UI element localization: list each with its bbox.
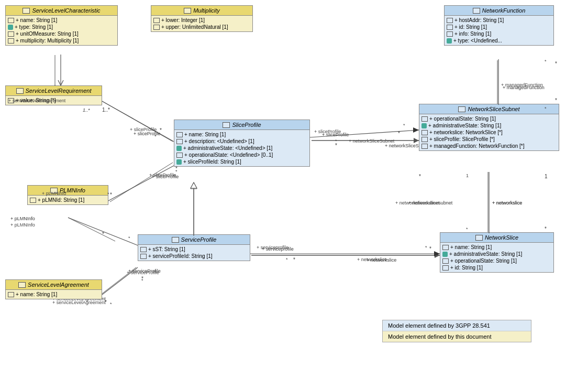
class-body-mult: + lower: Integer [1] + upper: UnlimitedN… — [151, 16, 252, 31]
class-body-sp: + name: String [1] + description: <Undef… — [174, 130, 309, 166]
icon-sp-id — [176, 159, 182, 165]
attr-sp-id: + sliceProfileId: String [1] — [176, 158, 307, 165]
attr-slc-type: + type: String [1] — [8, 24, 115, 30]
svg-text:*: * — [555, 61, 557, 67]
icon-nss-admin — [421, 123, 427, 128]
legend-row-blue: Model element defined by 3GPP 28.541 — [383, 320, 531, 331]
class-title-ns: NetworkSlice — [485, 234, 518, 241]
class-header-plmn: PLMNInfo — [28, 186, 108, 196]
class-NetworkSliceSubnet: NetworkSliceSubnet + operationalState: S… — [419, 104, 559, 151]
svg-text:+ sliceProfile: + sliceProfile — [134, 131, 160, 136]
svg-text:*: * — [425, 245, 427, 250]
attr-sla-name: + name: String [1] — [8, 291, 99, 298]
svg-text:*: * — [128, 235, 130, 241]
class-header-srvp: ServiceProfile — [138, 235, 250, 245]
legend-row-yellow: Model element defined by this document — [383, 331, 531, 342]
diagram-container: 1..* + serviceLevelRequirement + slicePr… — [0, 0, 588, 378]
svg-text:*: * — [160, 127, 162, 133]
svg-text:+ networkslice: + networkslice — [367, 257, 396, 263]
svg-marker-8 — [414, 138, 419, 143]
svg-text:*: * — [141, 276, 143, 282]
icon-nf-info — [447, 31, 453, 37]
icon-nf-type — [447, 38, 452, 44]
attr-nss-ns: + networkslice: NetworkSlice [*] — [421, 129, 557, 136]
icon-slr-value — [8, 98, 14, 103]
svg-marker-70 — [434, 251, 440, 256]
svg-text:+ serviceProfile: + serviceProfile — [128, 268, 161, 274]
attr-srvp-sst: + sST: String [1] — [140, 246, 248, 253]
class-title-nss: NetworkSliceSubnet — [468, 106, 519, 112]
legend-text-blue: Model element defined by 3GPP 28.541 — [388, 322, 490, 329]
svg-line-80 — [68, 218, 138, 245]
class-PLMNInfo: PLMNInfo + pLMNId: String [1] — [27, 185, 108, 205]
svg-line-39 — [102, 267, 136, 294]
svg-line-47 — [102, 101, 174, 142]
class-header-sp: SliceProfile — [174, 120, 309, 130]
icon-sla-name — [8, 292, 14, 297]
attr-nss-oper: + operationalState: String [1] — [421, 115, 557, 122]
svg-text:*: * — [398, 131, 400, 136]
class-icon-mult — [184, 8, 191, 14]
class-NetworkFunction: NetworkFunction + hostAddr: String [1] +… — [444, 5, 554, 46]
svg-marker-53 — [413, 127, 419, 133]
attr-ns-id: + id: String [1] — [442, 264, 551, 271]
icon-nf-host — [447, 18, 453, 23]
svg-text:+ pLMNInfo: + pLMNInfo — [10, 222, 35, 228]
attr-nf-id: + id: String [1] — [447, 24, 551, 30]
class-body-slr: + value: String [*] — [6, 96, 102, 105]
class-Multiplicity: Multiplicity + lower: Integer [1] + uppe… — [151, 5, 253, 32]
class-icon-nf — [473, 8, 480, 14]
svg-line-45 — [58, 80, 61, 85]
attr-sp-admin: + administrativeState: <Undefined> [1] — [176, 145, 307, 152]
class-title-sla: ServiceLevelAgreement — [28, 282, 89, 288]
svg-text:*: * — [419, 174, 421, 179]
icon-srvp-id — [140, 254, 147, 259]
attr-mult-lower: + lower: Integer [1] — [153, 17, 250, 24]
attr-plmn-id: + pLMNId: String [1] — [30, 197, 106, 203]
attr-slc-name: + name: String [1] — [8, 17, 115, 24]
icon-mult-lower — [153, 18, 160, 23]
svg-text:1: 1 — [466, 173, 469, 178]
class-title-plmn: PLMNInfo — [60, 187, 85, 193]
attr-srvp-id: + serviceProfileId: String [1] — [140, 253, 248, 260]
class-header-mult: Multiplicity — [151, 6, 252, 16]
icon-ns-admin — [442, 252, 448, 257]
class-title-mult: Multiplicity — [193, 7, 220, 14]
legend-text-yellow: Model element defined by this document — [388, 333, 492, 340]
class-body-nf: + hostAddr: String [1] + id: String [1] … — [445, 16, 553, 45]
attr-ns-name: + name: String [1] — [442, 244, 551, 251]
svg-line-46 — [61, 80, 63, 85]
svg-text:*: * — [102, 231, 104, 237]
icon-slc-name — [8, 18, 14, 23]
class-header-slr: ServiceLevelRequirement — [6, 86, 102, 96]
svg-marker-38 — [191, 182, 197, 189]
icon-sp-desc — [176, 139, 183, 144]
svg-text:*: * — [105, 299, 107, 305]
class-header-slc: ServiceLevelCharacteristic — [6, 6, 117, 16]
attr-nss-sp: + sliceProfile: SliceProfile [*] — [421, 136, 557, 143]
class-body-slc: + name: String [1] + type: String [1] + … — [6, 16, 117, 45]
icon-plmn-id — [30, 198, 36, 203]
class-ServiceLevelAgreement: ServiceLevelAgreement + name: String [1] — [5, 279, 102, 299]
svg-text:*: * — [429, 246, 431, 252]
svg-text:1..*: 1..* — [83, 107, 90, 113]
class-header-ns: NetworkSlice — [440, 233, 553, 243]
attr-slc-uom: + unitOfMeasure: String [1] — [8, 30, 115, 37]
class-icon-sla — [18, 282, 26, 288]
svg-text:+ managedFunction: + managedFunction — [501, 82, 543, 88]
svg-marker-68 — [191, 182, 197, 188]
icon-mult-upper — [153, 25, 160, 30]
icon-ns-name — [442, 245, 449, 250]
svg-text:*: * — [286, 257, 288, 262]
class-NetworkSlice: NetworkSlice + name: String [1] + admini… — [440, 232, 554, 273]
svg-text:1..*: 1..* — [102, 107, 110, 113]
attr-slc-mult: + multiplicity: Multiplicity [1] — [8, 37, 115, 44]
class-title-slr: ServiceLevelRequirement — [26, 88, 92, 94]
svg-text:+ networkslicesubnet: + networkslicesubnet — [395, 200, 440, 206]
attr-nf-host: + hostAddr: String [1] — [447, 17, 551, 24]
svg-text:*: * — [466, 226, 468, 232]
class-body-srvp: + sST: String [1] + serviceProfileId: St… — [138, 245, 250, 261]
svg-text:*: * — [154, 134, 157, 139]
svg-text:+ sliceProfile: + sliceProfile — [130, 127, 157, 132]
class-header-sla: ServiceLevelAgreement — [6, 280, 102, 290]
